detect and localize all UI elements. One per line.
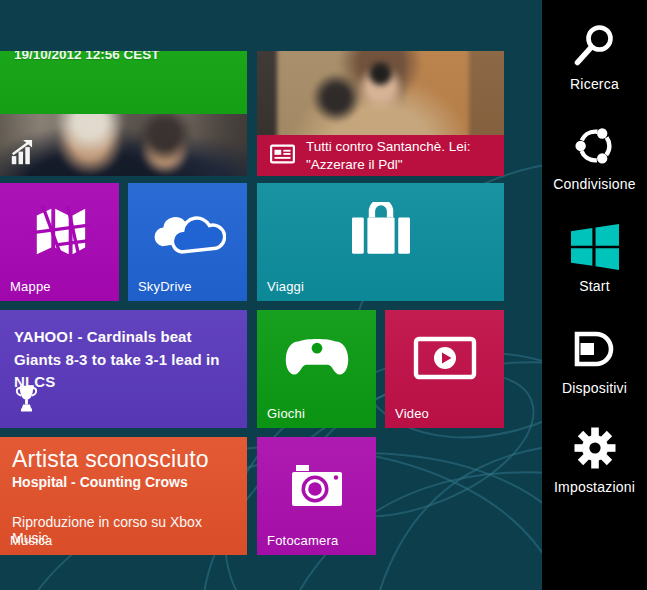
photo-woman-sunglasses: [257, 51, 504, 135]
tile-notizie[interactable]: Tutti contro Santanchè. Lei: "Azzerare i…: [257, 51, 504, 176]
tile-skydrive[interactable]: SkyDrive: [128, 183, 247, 301]
charm-start[interactable]: Start: [542, 223, 647, 294]
gamepad-icon: [284, 335, 350, 385]
charm-label-dispositivi: Dispositivi: [562, 380, 627, 396]
tile-video[interactable]: Video: [385, 310, 504, 428]
notizie-banner: Tutti contro Santanchè. Lei: "Azzerare i…: [257, 135, 504, 176]
tile-mappe[interactable]: Mappe: [0, 183, 119, 301]
charm-label-start: Start: [579, 278, 610, 294]
tile-viaggi[interactable]: Viaggi: [257, 183, 504, 301]
charm-ricerca[interactable]: Ricerca: [542, 21, 647, 92]
notizie-headline: Tutti contro Santanchè. Lei: "Azzerare i…: [306, 138, 471, 173]
tile-musica[interactable]: Artista sconosciuto Hospital - Counting …: [0, 437, 247, 555]
tile-giochi[interactable]: Giochi: [257, 310, 376, 428]
tile-finanza[interactable]: 19/10/2012 12:56 CEST: [0, 51, 247, 176]
photo-politicians: [0, 114, 247, 176]
musica-artist: Artista sconosciuto: [12, 446, 233, 473]
search-icon: [573, 21, 617, 69]
finanza-tile-top: 19/10/2012 12:56 CEST: [0, 51, 247, 114]
tile-label-musica: Musica: [10, 533, 52, 548]
cloud-icon: [150, 206, 226, 260]
charm-impostazioni[interactable]: Impostazioni: [542, 424, 647, 495]
trophy-icon: [13, 384, 40, 417]
tile-fotocamera[interactable]: Fotocamera: [257, 437, 376, 555]
camera-icon: [287, 460, 347, 514]
newspaper-icon: [269, 142, 296, 170]
finanza-news-photo: [0, 114, 247, 176]
map-icon: [29, 202, 91, 264]
charms-bar: Ricerca Condivisione: [542, 0, 647, 590]
tile-label-mappe: Mappe: [10, 279, 51, 294]
sport-headline: YAHOO! - Cardinals beat Giants 8-3 to ta…: [0, 310, 247, 394]
tile-label-giochi: Giochi: [267, 406, 305, 421]
charm-label-ricerca: Ricerca: [570, 76, 619, 92]
tile-label-skydrive: SkyDrive: [138, 279, 192, 294]
windows8-start-screen: 19/10/2012 12:56 CEST: [0, 0, 647, 590]
tile-sport[interactable]: YAHOO! - Cardinals beat Giants 8-3 to ta…: [0, 310, 247, 428]
video-play-icon: [413, 335, 477, 384]
tile-label-viaggi: Viaggi: [267, 279, 304, 294]
charm-dispositivi[interactable]: Dispositivi: [542, 325, 647, 396]
settings-gear-icon: [573, 424, 617, 472]
windows-flag-icon: [571, 223, 619, 271]
charm-label-impostazioni: Impostazioni: [554, 479, 635, 495]
charm-label-condivisione: Condivisione: [553, 176, 636, 192]
notizie-photo: [257, 51, 504, 135]
share-icon: [572, 121, 618, 169]
chart-icon: [10, 139, 37, 170]
tile-label-fotocamera: Fotocamera: [267, 533, 338, 548]
charm-condivisione[interactable]: Condivisione: [542, 121, 647, 192]
devices-icon: [572, 325, 618, 373]
musica-track: Hospital - Counting Crows: [12, 474, 233, 490]
tile-label-video: Video: [395, 406, 429, 421]
finanza-timestamp: 19/10/2012 12:56 CEST: [14, 51, 247, 62]
suitcase-icon: [341, 202, 421, 264]
